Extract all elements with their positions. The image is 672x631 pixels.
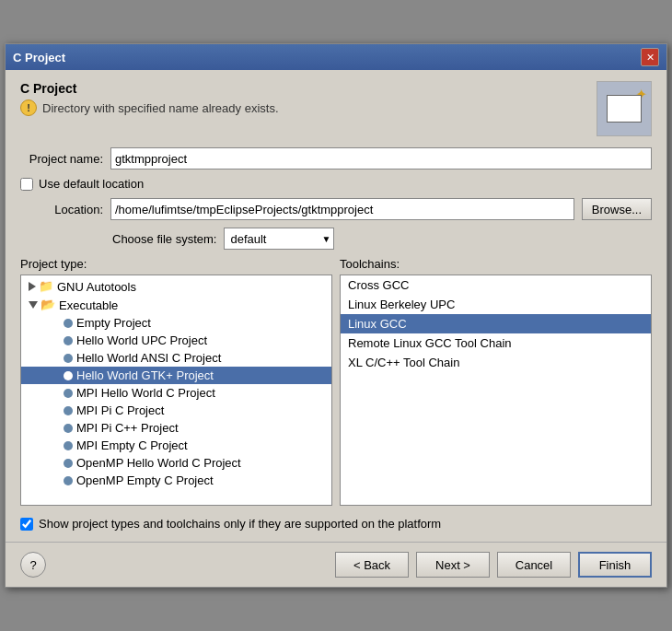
header-left: C Project ! Directory with specified nam… [20, 81, 279, 116]
bullet-icon [64, 441, 73, 450]
list-item[interactable]: MPI Hello World C Project [21, 384, 331, 402]
bullet-icon [64, 336, 73, 345]
platform-filter-label: Show project types and toolchains only i… [39, 517, 441, 531]
bullet-icon [64, 319, 73, 328]
item-label: XL C/C++ Tool Chain [348, 356, 459, 369]
platform-filter-row: Show project types and toolchains only i… [20, 517, 652, 531]
collapse-icon [29, 301, 38, 309]
back-button[interactable]: < Back [335, 552, 409, 578]
header-image: ✦ [597, 81, 652, 136]
list-item[interactable]: Empty Project [21, 314, 331, 332]
location-label: Location: [20, 203, 103, 216]
item-label: Linux Berkeley UPC [348, 298, 455, 311]
c-project-dialog: C Project ✕ C Project ! Directory with s… [5, 43, 667, 588]
warning-row: ! Directory with specified name already … [20, 99, 279, 116]
use-default-location-checkbox[interactable] [20, 178, 33, 191]
bottom-bar: ? < Back Next > Cancel Finish [6, 542, 666, 587]
list-item[interactable]: Linux GCC [341, 314, 651, 333]
bullet-icon [64, 371, 73, 380]
filesystem-select[interactable]: default [224, 228, 334, 250]
list-item[interactable]: OpenMP Empty C Project [21, 472, 331, 489]
filesystem-label: Choose file system: [112, 232, 216, 246]
folder-open-icon: 📂 [41, 298, 55, 312]
list-item[interactable]: XL C/C++ Tool Chain [341, 353, 651, 372]
bullet-icon [64, 406, 73, 415]
expand-icon [29, 282, 36, 291]
item-label: Hello World UPC Project [76, 333, 207, 347]
toolchains-list[interactable]: Cross GCC Linux Berkeley UPC Linux GCC R… [340, 275, 652, 506]
toolchains-panel: Toolchains: Cross GCC Linux Berkeley UPC… [340, 257, 652, 506]
filesystem-row: Choose file system: default ▼ [112, 228, 652, 250]
bottom-buttons: < Back Next > Cancel Finish [335, 552, 652, 578]
bullet-icon [64, 424, 73, 433]
header-title: C Project [20, 81, 279, 96]
list-item[interactable]: MPI Empty C Project [21, 437, 331, 454]
dialog-title: C Project [13, 51, 65, 64]
header-section: C Project ! Directory with specified nam… [20, 81, 652, 136]
list-item[interactable]: OpenMP Hello World C Project [21, 454, 331, 472]
item-label: Hello World ANSI C Project [76, 351, 221, 365]
item-label: MPI Pi C Project [76, 403, 164, 417]
bullet-icon [64, 354, 73, 363]
list-item[interactable]: Hello World UPC Project [21, 332, 331, 349]
project-name-input[interactable] [110, 147, 652, 169]
project-type-list: 📁 GNU Autotools 📂 Executable Empty Proje… [21, 275, 331, 505]
item-label: Executable [59, 298, 118, 312]
header-img-inner [607, 95, 642, 123]
item-label: Cross GCC [348, 278, 409, 292]
item-label: GNU Autotools [57, 280, 136, 294]
project-type-label: Project type: [20, 257, 332, 271]
bullet-icon [64, 389, 73, 398]
item-label: MPI Empty C Project [76, 438, 188, 452]
project-name-row: Project name: [20, 147, 652, 169]
item-label: MPI Pi C++ Project [76, 421, 179, 435]
use-default-location-label: Use default location [39, 177, 144, 191]
cancel-button[interactable]: Cancel [497, 552, 571, 578]
filesystem-select-wrapper: default ▼ [224, 228, 334, 250]
item-label: OpenMP Empty C Project [76, 473, 214, 487]
help-button[interactable]: ? [20, 552, 46, 578]
list-item[interactable]: Hello World ANSI C Project [21, 349, 331, 367]
toolchains-label: Toolchains: [340, 257, 652, 271]
list-item[interactable]: Cross GCC [341, 275, 651, 295]
list-item[interactable]: MPI Pi C++ Project [21, 419, 331, 437]
list-item[interactable]: MPI Pi C Project [21, 402, 331, 419]
item-label: MPI Hello World C Project [76, 386, 215, 400]
project-type-tree[interactable]: 📁 GNU Autotools 📂 Executable Empty Proje… [20, 275, 332, 506]
bullet-icon [64, 459, 73, 468]
folder-icon: 📁 [39, 279, 53, 294]
project-type-panel: Project type: 📁 GNU Autotools 📂 Executab… [20, 257, 332, 506]
title-bar: C Project ✕ [6, 44, 666, 70]
list-item[interactable]: 📁 GNU Autotools [21, 277, 331, 296]
project-name-label: Project name: [20, 152, 103, 166]
warning-icon: ! [20, 99, 37, 116]
panels-area: Project type: 📁 GNU Autotools 📂 Executab… [20, 257, 652, 506]
item-label: Remote Linux GCC Tool Chain [348, 336, 512, 350]
list-item[interactable]: Linux Berkeley UPC [341, 295, 651, 314]
location-row: Location: Browse... [20, 198, 652, 220]
platform-filter-checkbox[interactable] [20, 518, 33, 531]
finish-button[interactable]: Finish [578, 552, 652, 578]
location-input[interactable] [110, 198, 574, 220]
use-default-location-row: Use default location [20, 177, 652, 191]
item-label: Empty Project [76, 316, 151, 330]
bullet-icon [64, 476, 73, 485]
list-item[interactable]: Remote Linux GCC Tool Chain [341, 333, 651, 353]
browse-button[interactable]: Browse... [582, 198, 652, 220]
dialog-body: C Project ! Directory with specified nam… [6, 70, 666, 542]
item-label: Hello World GTK+ Project [76, 368, 214, 382]
list-item[interactable]: 📂 Executable [21, 296, 331, 314]
item-label: Linux GCC [348, 317, 407, 331]
close-button[interactable]: ✕ [641, 48, 659, 66]
list-item[interactable]: Hello World GTK+ Project [21, 367, 331, 384]
warning-text: Directory with specified name already ex… [42, 101, 279, 115]
next-button[interactable]: Next > [416, 552, 490, 578]
item-label: OpenMP Hello World C Project [76, 456, 241, 470]
